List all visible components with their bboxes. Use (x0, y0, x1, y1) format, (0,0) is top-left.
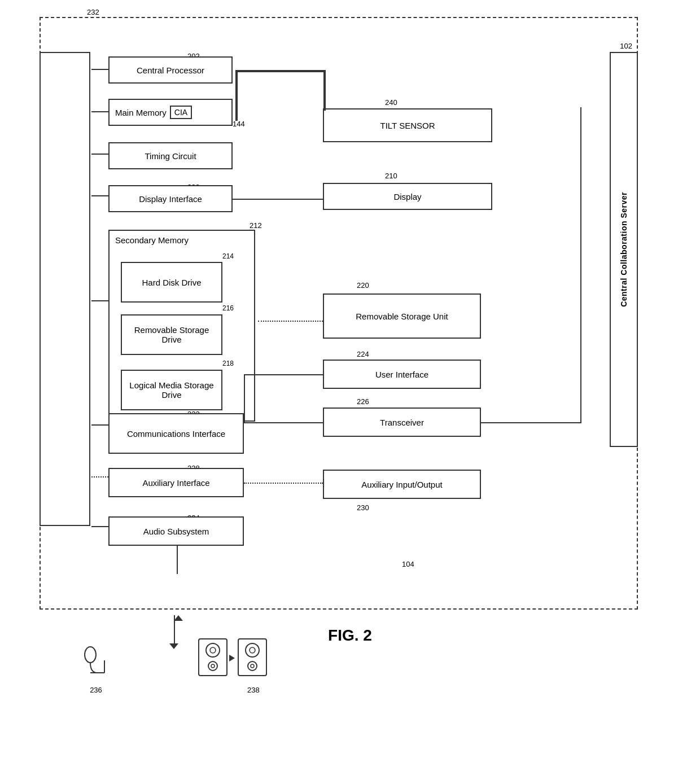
audio-subsystem-label: Audio Subsystem (143, 527, 209, 536)
hard-disk-drive-label: Hard Disk Drive (142, 278, 201, 287)
display-interface-label: Display Interface (139, 194, 202, 204)
main-memory-label: Main Memory (115, 108, 167, 117)
ref-218: 218 (222, 360, 234, 367)
vline-comm-interface (244, 374, 245, 422)
dotted-line-to-aux (91, 476, 108, 477)
collab-server-label: Central Collaboration Server (619, 192, 628, 307)
ref-104: 104 (402, 560, 414, 568)
central-processor-label: Central Processor (137, 65, 204, 75)
speaker2-svg (237, 638, 268, 677)
ref-220: 220 (357, 281, 369, 290)
auxiliary-interface-box: Auxiliary Interface (108, 468, 244, 497)
auxiliary-interface-label: Auxiliary Interface (142, 478, 209, 488)
auxiliary-io-label: Auxiliary Input/Output (361, 480, 442, 489)
removable-storage-drive-box: Removable Storage Drive (121, 314, 222, 355)
ref-226: 226 (357, 397, 369, 406)
ref-238: 238 (247, 686, 260, 694)
speaker1-group (198, 638, 229, 680)
ref-214: 214 (222, 252, 234, 260)
line-transceiver-to-server (481, 422, 581, 423)
svg-point-5 (210, 647, 216, 653)
svg-point-9 (246, 643, 259, 657)
line-cp-down (235, 70, 238, 121)
line-to-secondary-memory (91, 300, 108, 301)
line-display-interface-to-display (233, 199, 323, 200)
ref-210: 210 (385, 172, 397, 180)
auxiliary-io-box: Auxiliary Input/Output (323, 470, 481, 499)
comm-infra-box (40, 52, 90, 526)
arrow-head-up (174, 615, 183, 621)
fig-caption: FIG. 2 (328, 626, 372, 645)
logical-media-storage-drive-label: Logical Media Storage Drive (126, 380, 217, 400)
display-label: Display (393, 192, 421, 201)
logical-media-storage-drive-box: Logical Media Storage Drive (121, 370, 222, 410)
diagram-container: 232 Central Collaboration Server 102 202… (28, 17, 672, 610)
removable-storage-unit-box: Removable Storage Unit (323, 293, 481, 339)
ref-144: 144 (233, 120, 245, 128)
removable-storage-drive-label: Removable Storage Drive (126, 325, 217, 344)
display-interface-box: Display Interface (108, 185, 233, 212)
display-box: Display (323, 183, 492, 210)
main-memory-box: Main Memory CIA (108, 99, 233, 126)
microphone-group: 236 (79, 643, 113, 694)
timing-circuit-box: Timing Circuit (108, 142, 233, 169)
svg-point-11 (248, 661, 257, 671)
svg-point-4 (206, 643, 220, 657)
secondary-memory-label: Secondary Memory (115, 235, 189, 245)
svg-point-10 (250, 647, 255, 653)
speaker1-svg (198, 638, 229, 677)
transceiver-label: Transceiver (380, 418, 424, 427)
user-interface-box: User Interface (323, 360, 481, 389)
ref-224: 224 (357, 350, 369, 358)
svg-point-0 (85, 647, 96, 663)
speaker2-group (237, 638, 268, 680)
central-processor-box: Central Processor (108, 56, 233, 84)
collab-server-box: Central Collaboration Server (610, 52, 638, 447)
dotted-line-aux-to-io (244, 483, 323, 484)
ref-240: 240 (385, 98, 397, 107)
ref-212: 212 (250, 221, 262, 230)
dotted-line-removable (258, 321, 323, 322)
hard-disk-drive-box: Hard Disk Drive (121, 262, 222, 303)
communications-interface-label: Communications Interface (127, 429, 225, 439)
main-diagram-box: 232 Central Collaboration Server 102 202… (40, 17, 638, 610)
vline-audio-arrow (177, 546, 178, 574)
transceiver-box: Transceiver (323, 408, 481, 437)
audio-subsystem-box: Audio Subsystem (108, 516, 244, 546)
arrow-into-speaker2 (229, 655, 235, 661)
line-to-audio-subsystem (91, 526, 108, 527)
arrow-head-down (169, 643, 178, 649)
user-interface-label: User Interface (375, 370, 428, 379)
svg-point-7 (211, 664, 215, 668)
ref-230: 230 (357, 503, 369, 512)
svg-point-6 (208, 661, 217, 671)
vline-right-server (580, 107, 581, 423)
ref-102: 102 (620, 42, 632, 50)
removable-storage-unit-label: Removable Storage Unit (356, 312, 448, 321)
communications-interface-box: Communications Interface (108, 413, 244, 454)
tilt-sensor-label: TILT SENSOR (380, 121, 435, 130)
line-cp-down2 (323, 70, 326, 111)
ref-216: 216 (222, 304, 234, 312)
ref-232: 232 (87, 8, 99, 16)
microphone-svg (79, 643, 113, 689)
tilt-sensor-box: TILT SENSOR (323, 108, 492, 142)
line-comm-to-transceiver (244, 422, 323, 423)
ref-236: 236 (90, 686, 102, 694)
secondary-memory-container: Secondary Memory 214 Hard Disk Drive 216… (108, 230, 255, 422)
timing-circuit-label: Timing Circuit (145, 151, 196, 161)
line-comm-to-user (244, 374, 323, 375)
line-to-comm-interface (91, 424, 108, 426)
line-cp-right (235, 70, 326, 72)
svg-point-12 (251, 664, 254, 668)
cia-box: CIA (170, 106, 192, 119)
